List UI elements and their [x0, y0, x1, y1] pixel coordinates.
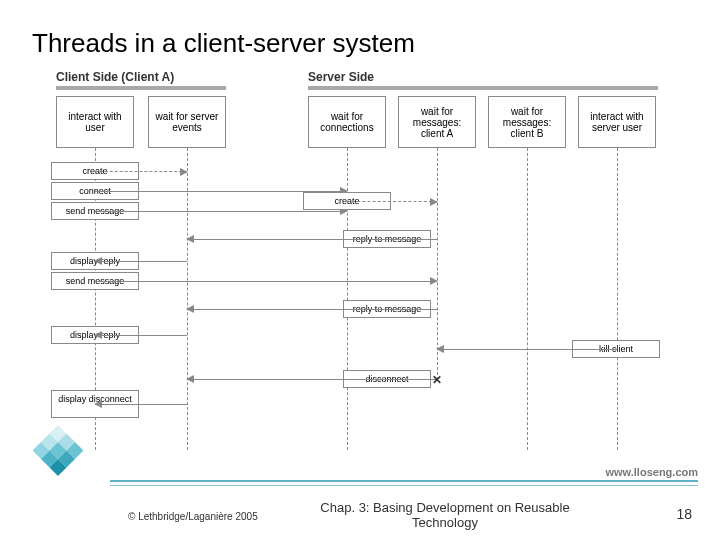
footer-chapter: Chap. 3: Basing Development on Reusable …	[300, 500, 590, 530]
arrow-reply1	[187, 239, 437, 240]
slide: Threads in a client-server system Client…	[0, 0, 720, 540]
footer-rule-2	[110, 485, 698, 486]
lane-s1: wait for connections	[308, 96, 386, 148]
arrow-reply2	[187, 309, 437, 310]
arrow-disp-disc	[95, 404, 187, 405]
arrow-create2	[347, 201, 437, 202]
client-bar	[56, 86, 226, 90]
server-side-label: Server Side	[308, 70, 374, 84]
sequence-diagram: Client Side (Client A) Server Side inter…	[48, 70, 672, 455]
lane-s4: interact with server user	[578, 96, 656, 148]
lifeline-c2	[187, 148, 188, 450]
slide-title: Threads in a client-server system	[32, 28, 415, 59]
arrow-kill	[437, 349, 617, 350]
client-side-label: Client Side (Client A)	[56, 70, 174, 84]
arrow-disconnect	[187, 379, 437, 380]
footer-copyright: © Lethbridge/Laganière 2005	[128, 511, 258, 522]
arrow-send2	[95, 281, 437, 282]
lifeline-s3	[527, 148, 528, 450]
footer-url: www.lloseng.com	[606, 466, 699, 478]
server-bar	[308, 86, 658, 90]
arrow-create1	[95, 171, 187, 172]
arrow-disp-reply1	[95, 261, 187, 262]
arrow-send1	[95, 211, 347, 212]
lane-s3: wait for messages: client B	[488, 96, 566, 148]
lane-c1: interact with user	[56, 96, 134, 148]
lifeline-s4	[617, 148, 618, 450]
lane-c2: wait for server events	[148, 96, 226, 148]
footer-page-number: 18	[676, 506, 692, 522]
terminate-icon: ✕	[432, 373, 442, 387]
footer-rule-1	[110, 480, 698, 482]
lane-s2: wait for messages: client A	[398, 96, 476, 148]
arrow-disp-reply2	[95, 335, 187, 336]
